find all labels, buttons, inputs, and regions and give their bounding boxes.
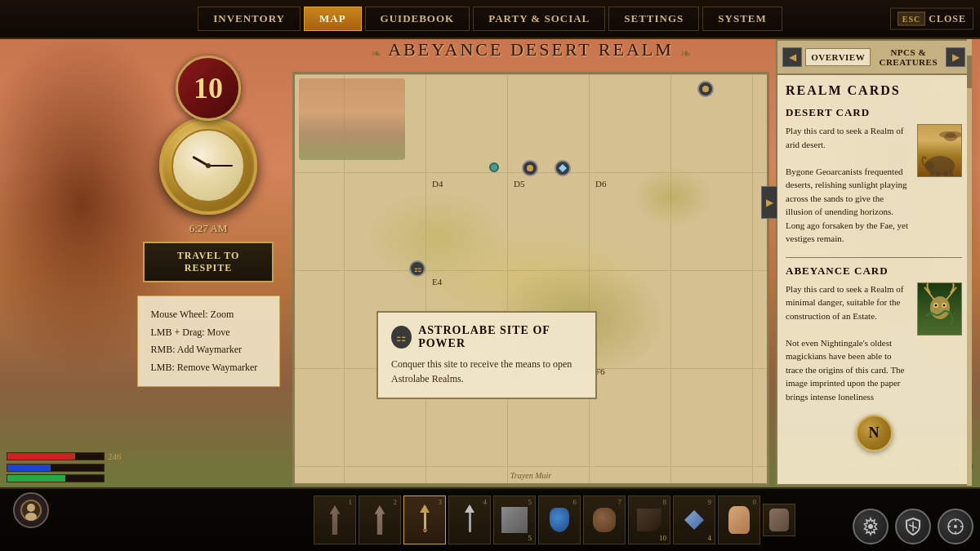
controls-hint-box: Mouse Wheel: Zoom LMB + Drag: Move RMB: … <box>137 295 280 387</box>
watch-face <box>172 129 245 202</box>
astrolabe-icon: ⚏ <box>414 264 421 273</box>
bottom-hud: 1 2 3 4 5 5 6 <box>0 487 980 551</box>
abeyance-card-image <box>917 282 962 335</box>
close-button[interactable]: ESC CLOSE <box>890 8 973 30</box>
hotbar-slot-7[interactable]: 7 <box>583 495 626 544</box>
card-divider <box>786 257 962 258</box>
map-grid <box>295 74 767 483</box>
svg-marker-18 <box>420 504 430 513</box>
hotbar-slot-4[interactable]: 4 <box>448 495 491 544</box>
svg-rect-4 <box>930 170 934 177</box>
svg-marker-21 <box>465 504 474 513</box>
hotbar-slot-9[interactable]: 9 4 <box>673 495 715 544</box>
hotbar-slot-3[interactable]: 3 <box>403 495 446 544</box>
hotbar: 1 2 3 4 5 5 6 <box>314 495 795 544</box>
slot-num-5: 5 <box>528 498 532 506</box>
tab-inventory[interactable]: INVENTORY <box>198 7 301 31</box>
tab-party-social[interactable]: PARTY & SOCIAL <box>473 7 605 31</box>
svg-point-16 <box>25 513 37 521</box>
focus-bar-row <box>7 474 122 482</box>
map-marker-d5[interactable] <box>522 160 538 176</box>
hotbar-slot-0[interactable]: 0 <box>718 495 760 544</box>
player-portrait-icon[interactable] <box>13 492 49 528</box>
hotbar-slot-1[interactable]: 1 <box>314 495 356 544</box>
grid-label-d5: D5 <box>514 179 524 189</box>
slot-num-4: 4 <box>483 498 488 506</box>
panel-right-arrow[interactable]: ▶ <box>946 47 965 67</box>
abeyance-card-text: Play this card to seek a Realm of minima… <box>786 282 911 404</box>
svg-point-12 <box>935 304 938 306</box>
map-container[interactable]: D4 D5 D6 E4 F4 F5 F6 ⚏ <box>292 72 769 486</box>
grid-label-d6: D6 <box>595 179 606 189</box>
watch-time: 6:27 AM <box>189 222 228 235</box>
map-edge-button[interactable]: ▶ <box>761 186 777 219</box>
stamina-bar-row <box>7 464 122 472</box>
hud-icon-compass[interactable] <box>938 509 973 544</box>
realm-title: ABEYANCE DESERT REALM <box>388 39 674 60</box>
scroll-thumb[interactable] <box>967 56 972 88</box>
svg-point-22 <box>868 524 873 529</box>
tab-system[interactable]: SYSTEM <box>702 7 782 31</box>
nightingale-coin[interactable]: N <box>856 415 893 451</box>
abeyance-card-section: ABEYANCE CARD Play this card to seek a R… <box>786 264 962 404</box>
abeyance-card-name: ABEYANCE CARD <box>786 264 962 278</box>
settings-icon <box>861 517 880 536</box>
slot-item-block <box>501 507 528 533</box>
svg-point-9 <box>930 296 950 319</box>
slot-num-9: 9 <box>708 498 712 506</box>
gem-icon <box>559 164 567 172</box>
svg-point-2 <box>946 131 962 138</box>
compass-icon <box>946 517 965 536</box>
stamina-bar-fill <box>7 464 51 471</box>
desert-card-svg <box>918 125 962 177</box>
abeyance-card-svg <box>918 283 962 335</box>
main-content: 10 6:27 AM TRAVEL TO RESPITE Mouse Wheel… <box>131 39 972 486</box>
slot-item-arrow2 <box>457 504 483 535</box>
health-value: 246 <box>108 451 122 461</box>
slot-num-8: 8 <box>663 498 667 506</box>
slot-item-axe <box>322 505 348 535</box>
nav-tabs: INVENTORY MAP GUIDEBOOK PARTY & SOCIAL S… <box>198 7 782 31</box>
control-hint-4: LMB: Remove Waymarker <box>151 359 266 377</box>
health-bar-row: 246 <box>7 451 122 461</box>
slot-num-1: 1 <box>349 498 353 506</box>
scroll-indicator <box>967 39 972 486</box>
svg-point-8 <box>924 162 934 170</box>
map-dot-teal[interactable] <box>489 162 499 172</box>
hotbar-slot-5[interactable]: 5 5 <box>493 495 536 544</box>
panel-left-arrow[interactable]: ◀ <box>782 47 802 67</box>
travel-to-respite-button[interactable]: TRAVEL TO RESPITE <box>143 242 274 282</box>
astrolabe-site-marker[interactable]: ⚏ <box>409 260 425 277</box>
tab-overview[interactable]: OVERVIEW <box>805 48 871 66</box>
title-ornament-left: ❧ <box>371 46 381 61</box>
tab-guidebook[interactable]: GUIDEBOOK <box>365 7 470 31</box>
realm-cards-heading: REALM CARDS <box>786 83 962 98</box>
slot-item-axe2 <box>367 505 393 535</box>
tab-settings[interactable]: SETTINGS <box>608 7 699 31</box>
slot-item-hand <box>728 506 750 534</box>
hotbar-slot-6[interactable]: 6 <box>538 495 581 544</box>
control-hint-2: LMB + Drag: Move <box>151 324 266 342</box>
hud-icon-settings[interactable] <box>853 509 889 544</box>
health-bar-fill <box>7 453 75 460</box>
right-panel-content[interactable]: REALM CARDS DESERT CARD Play this card t… <box>777 75 970 484</box>
tab-npcs-creatures[interactable]: NPCS & CREATURES <box>874 44 942 70</box>
slot-item-bag <box>593 508 616 532</box>
map-marker-gem[interactable] <box>555 160 571 176</box>
slot-item-gem <box>684 510 704 530</box>
hotbar-slot-2[interactable]: 2 <box>359 495 401 544</box>
right-panel-tabs: ◀ OVERVIEW NPCS & CREATURES ▶ <box>777 41 970 75</box>
desert-card-image <box>917 124 962 177</box>
close-label: CLOSE <box>929 13 966 25</box>
tab-map[interactable]: MAP <box>304 7 362 31</box>
marker-inner <box>702 86 709 92</box>
svg-rect-5 <box>936 171 940 177</box>
hotbar-extra-slot[interactable] <box>763 504 795 536</box>
map-marker-top[interactable] <box>697 81 714 97</box>
title-ornament-right: ❧ <box>680 46 691 61</box>
svg-rect-19 <box>423 529 427 531</box>
hud-icon-shield[interactable] <box>895 509 931 544</box>
hotbar-slot-8[interactable]: 8 10 <box>628 495 670 544</box>
svg-rect-6 <box>944 171 948 177</box>
esc-label: ESC <box>898 12 925 26</box>
